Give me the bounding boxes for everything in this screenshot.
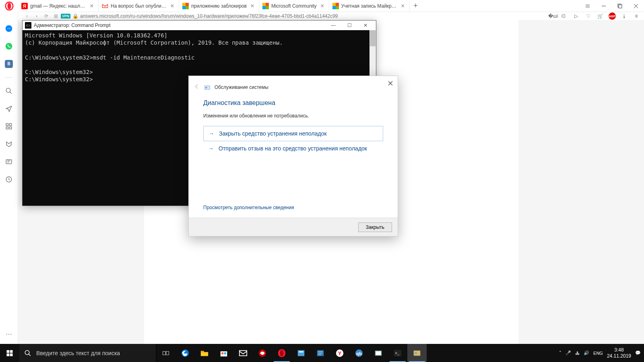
tab-0[interactable]: Я gmail — Яндекс: нашлось × bbox=[18, 0, 99, 12]
volume-icon[interactable]: 🔊 bbox=[584, 350, 589, 356]
url-field[interactable]: answers.microsoft.com/ru-ru/windows/foru… bbox=[80, 13, 548, 19]
new-tab-button[interactable]: + bbox=[410, 0, 422, 12]
close-button[interactable]: Закрыть bbox=[358, 222, 392, 232]
tab-title: приложению заблокиров bbox=[191, 3, 247, 9]
cart-icon[interactable]: 🛒 bbox=[597, 13, 604, 19]
cmd-title-text: Администратор: Command Prompt bbox=[34, 23, 325, 28]
mail-icon[interactable] bbox=[233, 344, 253, 362]
workspaces-icon[interactable] bbox=[4, 122, 13, 131]
cmd-close-icon[interactable]: ✕ bbox=[357, 23, 374, 28]
tab-title: gmail — Яндекс: нашлось bbox=[30, 3, 86, 9]
svg-rect-20 bbox=[10, 353, 13, 356]
app-icon[interactable] bbox=[253, 344, 272, 362]
store-icon[interactable] bbox=[214, 344, 233, 362]
cmd-titlebar[interactable]: C:\ Администратор: Command Prompt — ☐ ✕ bbox=[23, 21, 376, 30]
tab-1[interactable]: На вопрос был опубликов × bbox=[99, 0, 179, 12]
more-icon[interactable]: ⋯ bbox=[4, 329, 13, 338]
tray-chevron-icon[interactable]: ˄ bbox=[559, 350, 561, 356]
vpn-badge[interactable]: VPN bbox=[61, 14, 71, 19]
svg-rect-29 bbox=[239, 350, 247, 356]
ms-favicon bbox=[262, 3, 269, 9]
svg-rect-11 bbox=[6, 127, 8, 129]
app-icon-4[interactable] bbox=[369, 344, 388, 362]
tab-close-icon[interactable]: × bbox=[249, 3, 256, 9]
svg-point-16 bbox=[205, 87, 207, 88]
qbittorrent-icon[interactable]: qb bbox=[349, 344, 369, 362]
speed-dial-icon[interactable]: ⊞ bbox=[51, 13, 61, 19]
send-icon[interactable]: ▷ bbox=[572, 13, 580, 19]
reload-icon[interactable]: ⟳ bbox=[41, 13, 51, 19]
tab-2[interactable]: приложению заблокиров × bbox=[179, 0, 259, 12]
search-icon[interactable] bbox=[4, 86, 13, 95]
start-button[interactable] bbox=[0, 344, 19, 362]
svg-rect-10 bbox=[10, 123, 12, 125]
cmd-taskbar-icon[interactable]: >_ bbox=[388, 344, 407, 362]
option-label: Отправить отзыв на это средство устранен… bbox=[219, 145, 367, 152]
opera-menu-button[interactable] bbox=[0, 0, 18, 12]
scroll-thumb[interactable] bbox=[370, 30, 376, 46]
lock-icon[interactable]: 🔒 bbox=[70, 13, 80, 19]
vk-icon[interactable]: B bbox=[4, 60, 13, 68]
menu-icon[interactable]: ≡ bbox=[633, 13, 640, 19]
option-close-troubleshooter[interactable]: → Закрыть средство устранения неполадок bbox=[203, 126, 383, 141]
yandex-browser-icon[interactable]: Y bbox=[330, 344, 349, 362]
option-send-feedback[interactable]: → Отправить отзыв на это средство устран… bbox=[203, 141, 383, 156]
ms-favicon bbox=[182, 3, 189, 9]
tab-close-icon[interactable]: × bbox=[89, 3, 95, 9]
edge-icon[interactable] bbox=[175, 344, 195, 362]
heart-icon[interactable]: ♡ bbox=[584, 13, 592, 19]
whatsapp-icon[interactable] bbox=[4, 42, 13, 51]
svg-point-21 bbox=[25, 350, 29, 355]
tab-close-icon[interactable]: × bbox=[400, 3, 406, 9]
opera-taskbar-icon[interactable] bbox=[272, 344, 291, 362]
taskbar-apps: Y qb >_ bbox=[156, 344, 427, 362]
svg-text:Y: Y bbox=[338, 350, 342, 356]
abp-icon[interactable]: ABP bbox=[609, 12, 616, 20]
address-bar: ‹ › ⟳ ⊞ VPN 🔒 answers.microsoft.com/ru-r… bbox=[18, 12, 644, 20]
clock-time: 3:48 bbox=[607, 347, 631, 353]
history-icon[interactable] bbox=[4, 175, 13, 184]
mic-icon[interactable]: 🎤 bbox=[566, 350, 571, 356]
news-icon[interactable] bbox=[4, 157, 13, 166]
troubleshoot-taskbar-icon[interactable] bbox=[407, 344, 427, 362]
forward-icon[interactable]: › bbox=[32, 13, 41, 19]
task-view-icon[interactable] bbox=[156, 344, 175, 362]
messenger-icon[interactable] bbox=[4, 24, 13, 33]
language-indicator[interactable]: ENG bbox=[593, 351, 603, 356]
action-center-icon[interactable]: 💬 bbox=[635, 350, 641, 356]
svg-text:B: B bbox=[7, 62, 10, 66]
search-icon bbox=[24, 350, 31, 357]
back-icon[interactable]: ‹ bbox=[22, 13, 32, 19]
tab-close-icon[interactable]: × bbox=[319, 3, 326, 9]
maximize-icon[interactable] bbox=[612, 0, 628, 12]
explorer-icon[interactable] bbox=[195, 344, 214, 362]
dialog-header: Обслуживание системы bbox=[215, 84, 268, 90]
tab-3[interactable]: Microsoft Community × bbox=[259, 0, 329, 12]
yandex-favicon: Я bbox=[21, 3, 28, 9]
clock[interactable]: 3:48 24.11.2019 bbox=[607, 347, 631, 359]
minimize-icon[interactable] bbox=[596, 0, 612, 12]
tab-4[interactable]: Учетная запись Майкросо × bbox=[329, 0, 410, 12]
opera-sidebar: B ⋯ bbox=[0, 12, 18, 344]
download-icon[interactable]: ⭳ bbox=[621, 13, 628, 19]
snapshot-icon[interactable]: �ші bbox=[548, 13, 555, 19]
dialog-close-icon[interactable] bbox=[386, 78, 395, 88]
flow-icon[interactable] bbox=[4, 104, 13, 113]
view-details-link[interactable]: Просмотреть дополнительные сведения bbox=[203, 205, 294, 210]
svg-rect-12 bbox=[10, 127, 12, 129]
adblock-icon[interactable]: ⛒ bbox=[560, 13, 568, 19]
window-controls bbox=[580, 0, 644, 12]
bookmarks-icon[interactable] bbox=[4, 140, 13, 148]
network-icon[interactable]: 🖧 bbox=[575, 351, 580, 356]
close-icon[interactable] bbox=[628, 0, 644, 12]
browser-menu-icon[interactable] bbox=[580, 0, 596, 12]
app-icon-2[interactable] bbox=[291, 344, 311, 362]
taskbar-search[interactable]: Введите здесь текст для поиска bbox=[19, 344, 156, 362]
app-icon-3[interactable] bbox=[311, 344, 330, 362]
tab-title: На вопрос был опубликов bbox=[111, 3, 167, 9]
svg-rect-18 bbox=[10, 350, 13, 353]
cmd-minimize-icon[interactable]: — bbox=[325, 23, 341, 28]
cmd-maximize-icon[interactable]: ☐ bbox=[341, 23, 357, 28]
tab-close-icon[interactable]: × bbox=[169, 3, 175, 9]
dialog-back-icon[interactable] bbox=[194, 83, 200, 91]
